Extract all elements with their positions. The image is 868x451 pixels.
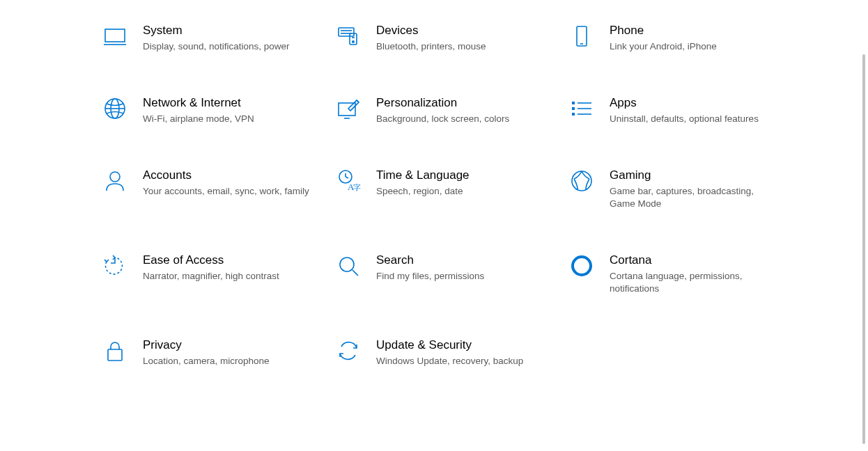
search-icon (334, 253, 362, 281)
devices-icon (334, 24, 362, 52)
svg-rect-8 (577, 26, 587, 46)
settings-item-title: Privacy (143, 338, 270, 352)
settings-item-desc: Windows Update, recovery, backup (376, 355, 523, 367)
apps-icon (568, 96, 596, 124)
personalization-icon (334, 96, 362, 124)
svg-point-6 (352, 41, 354, 42)
phone-icon (568, 24, 596, 52)
settings-item-system[interactable]: System Display, sound, notifications, po… (101, 19, 334, 57)
settings-item-title: Apps (610, 96, 759, 110)
settings-item-title: Personalization (376, 96, 509, 110)
settings-item-desc: Background, lock screen, colors (376, 113, 509, 125)
settings-item-cortana[interactable]: Cortana Cortana language, permissions, n… (568, 249, 801, 299)
svg-point-31 (573, 257, 591, 275)
settings-item-desc: Link your Android, iPhone (610, 40, 717, 53)
accounts-icon (101, 168, 129, 196)
settings-item-title: Ease of Access (143, 253, 279, 267)
settings-item-title: Network & Internet (143, 96, 254, 110)
settings-item-phone[interactable]: Phone Link your Android, iPhone (568, 19, 801, 57)
settings-item-desc: Cortana language, permissions, notificat… (610, 270, 777, 295)
settings-item-desc: Bluetooth, printers, mouse (376, 40, 486, 53)
svg-line-15 (357, 100, 359, 102)
settings-item-title: Time & Language (376, 168, 470, 182)
network-icon (101, 96, 129, 124)
svg-rect-18 (572, 113, 575, 116)
system-icon (101, 24, 129, 52)
settings-item-desc: Your accounts, email, sync, work, family (143, 185, 309, 198)
ease-of-access-icon (101, 253, 129, 281)
settings-item-title: Devices (376, 24, 486, 38)
svg-line-30 (352, 270, 358, 276)
privacy-icon (101, 338, 129, 366)
settings-item-ease-of-access[interactable]: Ease of Access Narrator, magnifier, high… (101, 249, 334, 299)
settings-item-title: Accounts (143, 168, 309, 182)
settings-item-title: Gaming (610, 168, 777, 182)
time-language-icon: A字 (334, 168, 362, 196)
settings-item-title: Phone (610, 24, 717, 38)
settings-item-apps[interactable]: Apps Uninstall, defaults, optional featu… (568, 92, 801, 129)
settings-item-desc: Speech, region, date (376, 185, 470, 198)
settings-item-desc: Location, camera, microphone (143, 355, 270, 367)
settings-item-title: System (143, 24, 290, 38)
settings-item-network[interactable]: Network & Internet Wi-Fi, airplane mode,… (101, 92, 334, 129)
settings-item-desc: Find my files, permissions (376, 270, 484, 283)
gaming-icon (568, 168, 596, 196)
svg-line-25 (346, 177, 348, 178)
svg-point-22 (110, 172, 120, 182)
settings-item-title: Cortana (610, 253, 777, 267)
settings-item-devices[interactable]: Devices Bluetooth, printers, mouse (334, 19, 568, 57)
settings-item-search[interactable]: Search Find my files, permissions (334, 249, 568, 299)
svg-rect-16 (572, 102, 575, 104)
svg-rect-2 (339, 28, 354, 36)
svg-rect-32 (108, 349, 122, 361)
svg-point-29 (340, 258, 354, 271)
scrollbar[interactable] (862, 54, 865, 444)
settings-item-time-language[interactable]: A字 Time & Language Speech, region, date (334, 164, 568, 214)
settings-item-desc: Wi-Fi, airplane mode, VPN (143, 113, 254, 125)
settings-item-desc: Narrator, magnifier, high contrast (143, 270, 279, 283)
settings-item-title: Update & Security (376, 338, 523, 352)
settings-item-personalization[interactable]: Personalization Background, lock screen,… (334, 92, 568, 129)
svg-text:字: 字 (353, 183, 361, 191)
settings-item-gaming[interactable]: Gaming Game bar, captures, broadcasting,… (568, 164, 801, 214)
settings-item-privacy[interactable]: Privacy Location, camera, microphone (101, 334, 334, 372)
svg-rect-17 (572, 107, 575, 110)
update-security-icon (334, 338, 362, 366)
settings-item-desc: Display, sound, notifications, power (143, 40, 290, 53)
settings-item-desc: Game bar, captures, broadcasting, Game M… (610, 185, 777, 210)
settings-item-update-security[interactable]: Update & Security Windows Update, recove… (334, 334, 568, 372)
cortana-icon (568, 253, 596, 281)
settings-item-accounts[interactable]: Accounts Your accounts, email, sync, wor… (101, 164, 334, 214)
settings-grid: System Display, sound, notifications, po… (0, 0, 868, 372)
settings-item-desc: Uninstall, defaults, optional features (610, 113, 759, 125)
settings-item-title: Search (376, 253, 484, 267)
svg-rect-0 (105, 29, 125, 42)
